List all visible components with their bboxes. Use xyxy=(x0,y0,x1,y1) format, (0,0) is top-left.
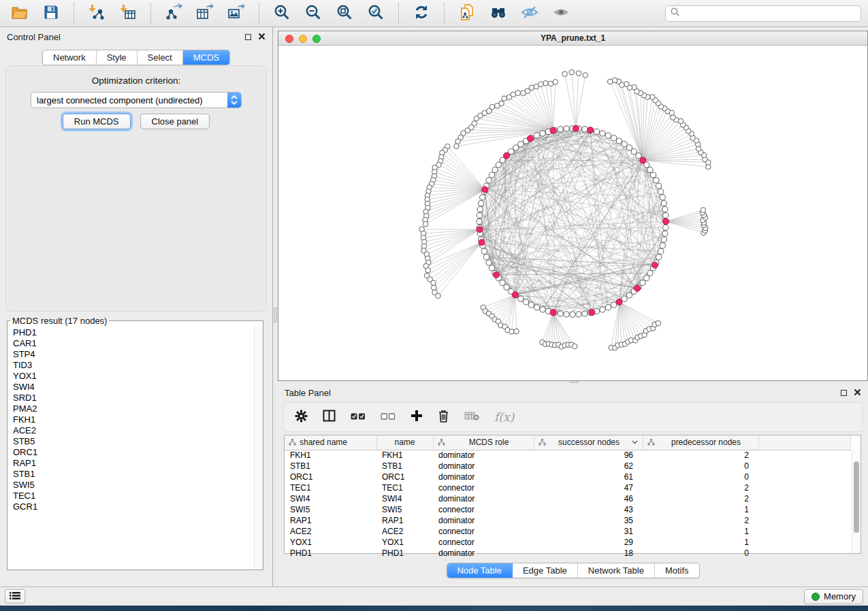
open-file-button[interactable] xyxy=(7,3,33,24)
mcds-result-item[interactable]: GCR1 xyxy=(13,501,254,512)
table-row[interactable]: SWI4SWI4dominator462 xyxy=(285,493,851,504)
network-graph xyxy=(278,46,867,380)
search-input[interactable] xyxy=(681,9,856,18)
mcds-result-item[interactable]: PHD1 xyxy=(13,327,254,338)
vertical-splitter[interactable] xyxy=(273,27,278,587)
zoom-out-button[interactable] xyxy=(300,3,326,24)
show-columns-button[interactable] xyxy=(323,410,336,425)
float-panel-icon[interactable] xyxy=(245,34,251,40)
close-table-panel-icon[interactable] xyxy=(854,388,861,398)
mcds-result-item[interactable]: SRD1 xyxy=(13,393,254,403)
window-maximize-icon[interactable] xyxy=(312,35,321,43)
mcds-result-item[interactable]: RAP1 xyxy=(13,458,254,469)
mcds-list-scrollbar[interactable] xyxy=(254,326,263,569)
status-bar: Memory xyxy=(0,587,868,606)
table-row[interactable]: SWI5SWI5connector431 xyxy=(285,504,851,515)
find-network-button[interactable] xyxy=(485,3,511,24)
table-settings-button[interactable] xyxy=(295,410,308,425)
zoom-in-button[interactable] xyxy=(269,3,295,24)
column-header-predecessor-nodes[interactable]: predecessor nodes xyxy=(643,435,758,450)
run-mcds-button[interactable]: Run MCDS xyxy=(63,114,131,129)
network-window-titlebar[interactable]: YPA_prune.txt_1 xyxy=(278,31,867,46)
mcds-result-item[interactable]: SWI5 xyxy=(13,480,254,491)
mcds-result-item[interactable]: TEC1 xyxy=(13,491,254,501)
table-panel-title: Table Panel xyxy=(285,388,331,398)
column-header-name[interactable]: name xyxy=(376,435,433,450)
import-network-button[interactable] xyxy=(84,3,110,24)
mcds-result-item[interactable]: YOX1 xyxy=(13,371,254,382)
mcds-result-item[interactable]: STP4 xyxy=(13,349,254,360)
function-builder-button-disabled: f(x) xyxy=(494,410,514,424)
mcds-result-item[interactable]: STB1 xyxy=(13,469,254,480)
export-image-button[interactable] xyxy=(223,3,249,24)
zoom-fit-button[interactable] xyxy=(332,3,357,24)
tab-mcds[interactable]: MCDS xyxy=(183,50,229,65)
mcds-result-item[interactable]: ACE2 xyxy=(13,425,254,436)
mcds-result-item[interactable]: SWI4 xyxy=(13,382,254,393)
tab-network-table[interactable]: Network Table xyxy=(578,563,655,578)
memory-button[interactable]: Memory xyxy=(804,589,863,604)
zoom-selected-button[interactable] xyxy=(363,3,389,24)
trash-icon xyxy=(438,410,449,425)
table-row[interactable]: ORC1ORC1dominator610 xyxy=(285,472,851,482)
task-history-button[interactable] xyxy=(5,589,25,604)
table-row[interactable]: ACE2ACE2connector311 xyxy=(285,526,851,537)
tab-network[interactable]: Network xyxy=(43,50,97,65)
table-scrollbar[interactable] xyxy=(852,450,861,553)
mcds-result-list[interactable]: PHD1CAR1STP4TID3YOX1SWI4SRD1PMA2FKH1ACE2… xyxy=(7,326,254,569)
close-panel-icon[interactable] xyxy=(258,32,266,42)
memory-status-icon xyxy=(811,593,820,601)
column-header-successor-nodes[interactable]: successor nodes xyxy=(534,435,643,450)
control-panel-title: Control Panel xyxy=(7,32,61,42)
tab-edge-table[interactable]: Edge Table xyxy=(513,563,578,578)
list-icon xyxy=(10,591,20,603)
criterion-select[interactable]: largest connected component (undirected) xyxy=(31,92,242,108)
table-row[interactable]: PHD1PHD1dominator180 xyxy=(285,548,851,559)
mcds-result-item[interactable]: TID3 xyxy=(13,360,254,371)
mcds-result-item[interactable]: ORC1 xyxy=(13,447,254,458)
table-toolbar: f(x) xyxy=(283,402,863,432)
export-network-button[interactable] xyxy=(161,3,187,24)
table-row[interactable]: YOX1YOX1connector291 xyxy=(285,537,851,548)
add-column-button[interactable] xyxy=(411,410,423,425)
close-panel-button[interactable]: Close panel xyxy=(140,114,210,129)
show-all-button[interactable] xyxy=(548,3,574,24)
deselect-all-rows-button[interactable] xyxy=(381,411,396,423)
table-row[interactable]: RAP1RAP1dominator352 xyxy=(285,515,851,526)
delete-column-button[interactable] xyxy=(438,410,449,425)
float-table-panel-icon[interactable] xyxy=(841,390,847,396)
save-session-button[interactable] xyxy=(38,3,64,24)
table-row[interactable]: STB1STB1dominator620 xyxy=(285,461,851,472)
refresh-view-button[interactable] xyxy=(408,3,434,24)
table-header-row: shared name name MCDS role successor nod… xyxy=(285,435,851,450)
table-row[interactable]: FKH1FKH1dominator962 xyxy=(285,450,851,461)
import-table-button[interactable] xyxy=(115,3,141,24)
splitter-grip[interactable] xyxy=(274,308,277,323)
column-header-mcds-role[interactable]: MCDS role xyxy=(433,435,534,450)
mcds-result-item[interactable]: CAR1 xyxy=(13,338,254,349)
mcds-result-item[interactable]: STB5 xyxy=(13,436,254,447)
network-canvas[interactable] xyxy=(278,46,867,380)
memory-label: Memory xyxy=(824,591,856,601)
table-row[interactable]: TEC1TEC1connector472 xyxy=(285,482,851,493)
select-all-rows-button[interactable] xyxy=(351,411,366,423)
toolbar-divider xyxy=(444,3,445,24)
window-close-icon[interactable] xyxy=(285,35,293,43)
mcds-result-item[interactable]: FKH1 xyxy=(13,414,254,425)
window-minimize-icon[interactable] xyxy=(299,35,307,43)
hide-unselected-button[interactable] xyxy=(517,3,543,24)
column-header-shared-name[interactable]: shared name xyxy=(285,435,376,450)
tab-style[interactable]: Style xyxy=(97,50,138,65)
tab-node-table[interactable]: Node Table xyxy=(447,563,513,578)
delete-table-button-disabled xyxy=(464,411,479,423)
tab-motifs[interactable]: Motifs xyxy=(655,563,699,578)
control-panel: Control Panel Network Style Select MCDS … xyxy=(0,27,273,587)
tab-select[interactable]: Select xyxy=(138,50,183,65)
table-scrollbar-thumb[interactable] xyxy=(854,461,859,533)
column-type-icon xyxy=(647,439,655,446)
clone-network-button[interactable] xyxy=(454,3,480,24)
delete-table-icon xyxy=(464,411,479,423)
mcds-result-item[interactable]: PMA2 xyxy=(13,403,254,414)
toolbar-divider xyxy=(150,3,151,24)
export-table-button[interactable] xyxy=(192,3,218,24)
